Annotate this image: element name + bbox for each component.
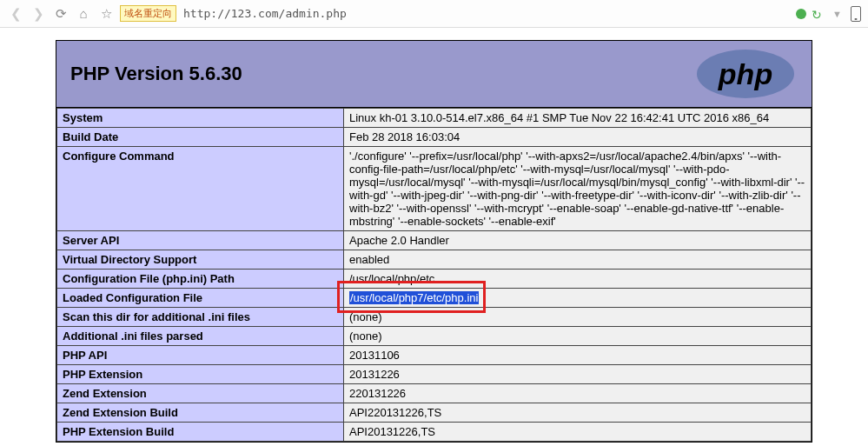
refresh-ext-icon[interactable]: ↻	[812, 8, 824, 20]
config-value: (none)	[344, 308, 812, 327]
config-value: 220131226	[344, 384, 812, 403]
table-row: Additional .ini files parsed(none)	[57, 327, 812, 346]
table-row: PHP Extension BuildAPI20131226,TS	[57, 423, 812, 442]
status-dot-icon[interactable]	[796, 9, 806, 19]
table-row: PHP Extension20131226	[57, 365, 812, 384]
back-icon[interactable]: ❮	[7, 5, 24, 23]
config-key: Zend Extension Build	[57, 403, 344, 423]
address-bar[interactable]: http://123.com/admin.php	[183, 7, 791, 20]
browser-toolbar: ❮ ❯ ⟳ ⌂ ☆ 域名重定向 http://123.com/admin.php…	[0, 0, 868, 28]
config-value: (none)	[344, 327, 812, 346]
table-row: SystemLinux kh-01 3.10.0-514.el7.x86_64 …	[57, 109, 812, 128]
phpinfo-table: SystemLinux kh-01 3.10.0-514.el7.x86_64 …	[56, 108, 812, 442]
redirect-badge: 域名重定向	[120, 5, 176, 22]
selected-text: /usr/local/php7/etc/php.ini	[349, 291, 479, 304]
config-value: Apache 2.0 Handler	[344, 231, 812, 250]
table-row: Zend Extension BuildAPI220131226,TS	[57, 403, 812, 423]
config-key: Scan this dir for additional .ini files	[57, 308, 344, 327]
config-key: Server API	[57, 231, 344, 250]
table-row: Scan this dir for additional .ini files(…	[57, 308, 812, 327]
config-value: Feb 28 2018 16:03:04	[344, 128, 812, 147]
config-value: /usr/local/php/etc	[344, 270, 812, 289]
config-key: Configuration File (php.ini) Path	[57, 270, 344, 289]
config-key: Zend Extension	[57, 384, 344, 403]
reload-icon[interactable]: ⟳	[52, 5, 70, 23]
highlight-annotation: /usr/local/php7/etc/php.ini	[349, 291, 479, 304]
config-value: 20131106	[344, 346, 812, 365]
config-key: Loaded Configuration File	[57, 289, 344, 308]
config-value: './configure' '--prefix=/usr/local/php' …	[344, 147, 812, 231]
config-key: Configure Command	[57, 147, 344, 231]
device-icon[interactable]	[851, 6, 861, 22]
table-row: Configuration File (php.ini) Path/usr/lo…	[57, 270, 812, 289]
config-key: Additional .ini files parsed	[57, 327, 344, 346]
config-value: /usr/local/php7/etc/php.ini	[344, 289, 812, 308]
config-key: Build Date	[57, 128, 344, 147]
table-row: Virtual Directory Supportenabled	[57, 250, 812, 270]
phpinfo-header: PHP Version 5.6.30 php	[56, 41, 812, 108]
config-value: enabled	[344, 250, 812, 270]
config-value: Linux kh-01 3.10.0-514.el7.x86_64 #1 SMP…	[344, 109, 812, 128]
config-key: PHP API	[57, 346, 344, 365]
table-row: PHP API20131106	[57, 346, 812, 365]
svg-text:php: php	[718, 57, 772, 90]
config-value: API20131226,TS	[344, 423, 812, 442]
config-key: System	[57, 109, 344, 128]
config-key: PHP Extension Build	[57, 423, 344, 442]
php-logo-icon: php	[693, 48, 798, 100]
config-key: PHP Extension	[57, 365, 344, 384]
chevron-down-icon[interactable]: ▼	[829, 9, 845, 19]
toolbar-right: ↻ ▼	[796, 6, 861, 22]
star-icon[interactable]: ☆	[97, 5, 115, 23]
forward-icon[interactable]: ❯	[30, 5, 47, 23]
page-title: PHP Version 5.6.30	[70, 63, 242, 85]
config-key: Virtual Directory Support	[57, 250, 344, 270]
config-value: API220131226,TS	[344, 403, 812, 423]
home-icon[interactable]: ⌂	[75, 5, 92, 23]
table-row: Build DateFeb 28 2018 16:03:04	[57, 128, 812, 147]
table-row: Server APIApache 2.0 Handler	[57, 231, 812, 250]
phpinfo-container: PHP Version 5.6.30 php SystemLinux kh-01…	[56, 40, 812, 443]
page-body: PHP Version 5.6.30 php SystemLinux kh-01…	[0, 28, 868, 446]
table-row: Configure Command './configure' '--prefi…	[57, 147, 812, 231]
table-row: Loaded Configuration File/usr/local/php7…	[57, 289, 812, 308]
table-row: Zend Extension220131226	[57, 384, 812, 403]
config-value: 20131226	[344, 365, 812, 384]
